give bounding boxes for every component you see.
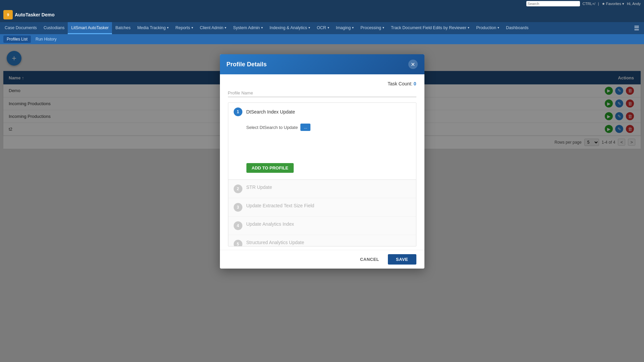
nav-item-production[interactable]: Production ▾ (473, 22, 503, 34)
nav-item-case-documents[interactable]: Case Documents (1, 22, 40, 34)
chevron-icon: ▾ (383, 26, 384, 29)
user-label: Hi, Andy (627, 2, 641, 6)
task-item-3: 3 Update Extracted Text Size Field (228, 198, 416, 217)
task-3-number: 3 (234, 203, 242, 212)
nav-item-media-tracking[interactable]: Media Tracking ▾ (134, 22, 172, 34)
task-2-name: STR Update (246, 185, 272, 190)
nav-item-ocr[interactable]: OCR ▾ (313, 22, 333, 34)
modal-overlay: Profile Details ✕ Task Count: 0 1 (0, 44, 644, 362)
app-header: 9 AutoTasker Demo (0, 7, 644, 22)
divider: | (598, 2, 599, 6)
nav-item-custodians[interactable]: Custodians (40, 22, 68, 34)
chevron-icon: ▾ (308, 26, 310, 29)
chevron-icon: ▾ (468, 26, 469, 29)
task-item-1: 1 DtSearch Index Update Select DtSearch … (228, 103, 416, 180)
chevron-icon: ▾ (261, 26, 263, 29)
nav-item-reports[interactable]: Reports ▾ (172, 22, 196, 34)
app-name: AutoTasker Demo (15, 12, 55, 17)
task-count-row: Task Count: 0 (228, 81, 416, 86)
task-5-name: Structured Analytics Update (246, 240, 304, 245)
add-to-profile-button[interactable]: ADD TO PROFILE (246, 163, 294, 173)
chevron-icon: ▾ (328, 26, 329, 29)
profile-name-input[interactable] (228, 89, 416, 97)
task-select-button[interactable]: ... (300, 124, 310, 131)
task-3-name: Update Extracted Text Size Field (246, 203, 314, 208)
nav-item-imaging[interactable]: Imaging ▾ (333, 22, 357, 34)
task-item-5: 5 Structured Analytics Update (228, 235, 416, 246)
app-wrapper: CTRL+/ | ★ Favorites ▾ Hi, Andy 9 AutoTa… (0, 0, 644, 362)
task-2-number: 2 (234, 185, 242, 193)
subnav-profiles-list[interactable]: Profiles List (3, 35, 31, 43)
nav-item-system-admin[interactable]: System Admin ▾ (230, 22, 266, 34)
nav-bar: Case Documents Custodians LitSmart AutoT… (0, 22, 644, 34)
task-1-body: Select DtSearch to Update ... ADD TO PRO… (234, 120, 411, 175)
modal-title: Profile Details (227, 61, 267, 68)
task-count-label: Task Count: (388, 81, 412, 86)
task-1-name: DtSearch Index Update (246, 109, 295, 115)
chevron-icon: ▾ (225, 26, 226, 29)
nav-item-litsmart[interactable]: LitSmart AutoTasker (68, 22, 112, 34)
chevron-icon: ▾ (497, 26, 499, 29)
app-logo: 9 AutoTasker Demo (3, 10, 55, 19)
nav-item-batches[interactable]: Batches (112, 22, 134, 34)
tasks-scroll-area: 1 DtSearch Index Update Select DtSearch … (228, 102, 416, 246)
chevron-icon: ▾ (191, 26, 193, 29)
task-1-number: 1 (234, 107, 242, 116)
close-button[interactable]: ✕ (408, 60, 418, 69)
chevron-icon: ▾ (167, 26, 169, 29)
logo-icon: 9 (3, 10, 13, 19)
shortcut-label: CTRL+/ (583, 2, 595, 6)
modal-body: Task Count: 0 1 DtSearch Index Update (220, 74, 424, 250)
chevron-icon: ▾ (352, 26, 354, 29)
nav-item-dashboards[interactable]: Dashboards (503, 22, 532, 34)
subnav-run-history[interactable]: Run History (32, 35, 60, 43)
nav-item-indexing[interactable]: Indexing & Analytics ▾ (266, 22, 313, 34)
task-4-number: 4 (234, 221, 242, 230)
modal-header: Profile Details ✕ (220, 54, 424, 74)
favorites-label[interactable]: ★ Favorites ▾ (602, 2, 624, 6)
search-input[interactable] (526, 1, 580, 6)
hamburger-menu[interactable]: ☰ (631, 22, 643, 34)
task-4-name: Update Analytics Index (246, 221, 294, 227)
task-select-label: Select DtSearch to Update (246, 125, 298, 130)
main-content: Name ↑ Actions Demo ▶ ✎ 🗑 (0, 44, 644, 362)
nav-item-processing[interactable]: Processing ▾ (357, 22, 388, 34)
profile-details-modal: Profile Details ✕ Task Count: 0 1 (220, 54, 424, 269)
sub-nav: Profiles List Run History (0, 34, 644, 44)
cancel-button[interactable]: CANCEL (355, 254, 385, 265)
save-button[interactable]: SAVE (388, 254, 416, 265)
task-5-number: 5 (234, 240, 242, 246)
modal-footer: CANCEL SAVE (220, 250, 424, 269)
nav-item-track-doc[interactable]: Track Document Field Edits by Reviewer ▾ (388, 22, 473, 34)
task-1-row: Select DtSearch to Update ... (246, 124, 411, 131)
nav-item-client-admin[interactable]: Client Admin ▾ (196, 22, 230, 34)
task-count-value: 0 (414, 81, 416, 86)
task-item-2: 2 STR Update (228, 180, 416, 198)
task-item-4: 4 Update Analytics Index (228, 217, 416, 235)
task-1-header: 1 DtSearch Index Update (234, 107, 411, 116)
top-bar: CTRL+/ | ★ Favorites ▾ Hi, Andy (0, 0, 644, 7)
